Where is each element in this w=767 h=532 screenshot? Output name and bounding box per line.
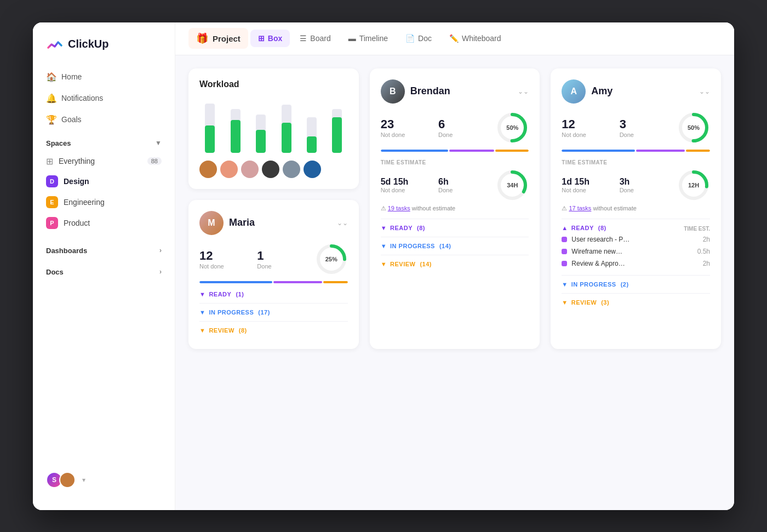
maria-chevron-icon[interactable]: ⌄⌄ (337, 219, 348, 227)
tab-doc[interactable]: 📄 Doc (398, 30, 439, 47)
amy-review-count: (3) (601, 299, 609, 306)
amy-warning-link[interactable]: 17 tasks (569, 205, 591, 211)
maria-done-label: Done (257, 263, 314, 270)
brendan-progress-bar (381, 150, 529, 152)
engineering-dot: E (46, 196, 58, 208)
design-dot: D (46, 175, 58, 187)
task-dot-2 (562, 249, 567, 254)
maria-ready-header[interactable]: ▼ READY (1) (199, 291, 348, 298)
bar-chart (199, 98, 348, 153)
bar-col-1 (199, 104, 220, 153)
brendan-divider-1 (381, 237, 529, 237)
spaces-section-header[interactable]: Spaces ▼ (33, 130, 175, 152)
tab-whiteboard[interactable]: ✏️ Whiteboard (442, 30, 509, 47)
logo-area: ClickUp (33, 36, 175, 66)
amy-review-header[interactable]: ▼ REVIEW (3) (562, 299, 710, 306)
amy-percent-label: 50% (688, 124, 700, 131)
brendan-review-header[interactable]: ▼ REVIEW (14) (381, 261, 529, 267)
user-dropdown-icon[interactable]: ▾ (82, 476, 85, 484)
maria-progress-bar (199, 281, 348, 283)
avatar-2 (220, 161, 238, 178)
bar-col-6 (327, 109, 347, 153)
sidebar-item-notifications[interactable]: 🔔 Notifications (33, 88, 175, 109)
amy-divider-2 (562, 293, 710, 294)
amy-review-section: ▼ REVIEW (3) (562, 299, 710, 306)
maria-review-header[interactable]: ▼ REVIEW (8) (199, 327, 348, 334)
workload-title: Workload (199, 79, 348, 89)
amy-progress-chevron: ▼ (562, 281, 568, 288)
sidebar-item-home[interactable]: 🏠 Home (33, 66, 175, 88)
brendan-chevron-icon[interactable]: ⌄⌄ (518, 88, 529, 95)
amy-time-donut: 12H (677, 169, 710, 202)
brendan-not-done-block: 23 Not done (381, 117, 438, 138)
sidebar-item-product[interactable]: P Product (33, 213, 175, 233)
amy-card: A Amy ⌄⌄ 12 Not done 3 Done (551, 68, 721, 349)
amy-task-1-time: 2h (703, 236, 710, 243)
maria-prog-yellow (323, 281, 347, 283)
amy-task-2-time: 0.5h (697, 248, 710, 255)
amy-time-not-done: 1d 15h Not done (562, 177, 619, 193)
maria-ready-chevron: ▼ (199, 291, 205, 298)
user-avatar-2 (59, 472, 76, 488)
workload-avatar-row (199, 161, 348, 178)
brendan-prog-purple (449, 150, 494, 152)
engineering-label: Engineering (64, 198, 105, 207)
brendan-progress-count: (14) (439, 243, 451, 249)
amy-chevron-icon[interactable]: ⌄⌄ (699, 88, 710, 95)
avatar-4 (262, 161, 279, 178)
brendan-ready-chevron: ▼ (381, 225, 387, 231)
brendan-ready-header[interactable]: ▼ READY (8) (381, 225, 529, 231)
brendan-header: B Brendan ⌄⌄ (381, 79, 529, 104)
brendan-review-chevron: ▼ (381, 261, 387, 267)
docs-section-header[interactable]: Docs › (33, 259, 175, 281)
home-label: Home (61, 72, 82, 81)
sidebar-item-goals[interactable]: 🏆 Goals (33, 109, 175, 130)
user-avatars: S (46, 472, 76, 488)
task-dot-3 (562, 261, 567, 266)
brendan-info: B Brendan (381, 79, 450, 104)
amy-progress-header[interactable]: ▼ IN PROGRESS (2) (562, 281, 710, 288)
design-label: Design (64, 177, 89, 186)
brendan-progress-header[interactable]: ▼ IN PROGRESS (14) (381, 243, 529, 249)
brendan-progress-label: IN PROGRESS (390, 243, 435, 249)
tab-project[interactable]: 🎁 Project (188, 28, 248, 49)
dashboards-section-header[interactable]: Dashboards › (33, 238, 175, 259)
amy-not-done-number: 12 (562, 117, 619, 131)
tab-timeline[interactable]: ▬ Timeline (341, 30, 396, 47)
tab-board[interactable]: ☰ Board (292, 30, 338, 47)
amy-header: A Amy ⌄⌄ (562, 79, 710, 104)
bar-bg-4 (282, 105, 291, 153)
sidebar-item-engineering[interactable]: E Engineering (33, 192, 175, 213)
everything-label: Everything (59, 157, 95, 165)
amy-time-stats: 1d 15h Not done 3h Done 12H (562, 169, 710, 202)
amy-not-done-label: Not done (562, 131, 619, 138)
amy-warning: ⚠ 17 tasks without estimate (562, 205, 710, 212)
amy-stats-row: 12 Not done 3 Done 50% (562, 111, 710, 144)
amy-done-label: Done (620, 131, 677, 138)
brendan-progress-chevron: ▼ (381, 243, 387, 249)
maria-ready-label: READY (209, 291, 231, 298)
brendan-warning-link[interactable]: 19 tasks (388, 205, 410, 211)
docs-label: Docs (46, 268, 64, 276)
amy-time-circle-label: 12H (688, 182, 699, 188)
brendan-time-stats: 5d 15h Not done 6h Done 34H (381, 169, 529, 202)
maria-card: M Maria ⌄⌄ 12 Not done 1 (188, 200, 359, 349)
amy-review-chevron: ▼ (562, 299, 568, 306)
sidebar-item-design[interactable]: D Design (33, 171, 175, 192)
amy-time-not-done-val: 1d 15h (562, 177, 619, 187)
dashboards-label: Dashboards (46, 247, 87, 255)
amy-name: Amy (591, 85, 613, 97)
brendan-done-number: 6 (438, 117, 496, 131)
brendan-not-done-number: 23 (381, 117, 438, 131)
bar-fill-2 (231, 120, 241, 153)
amy-ready-header[interactable]: ▲ READY (8) (562, 225, 606, 231)
tab-box[interactable]: ⊞ Box (250, 30, 290, 47)
brendan-not-done-label: Not done (381, 131, 438, 138)
maria-review-section: ▼ REVIEW (8) (199, 327, 348, 334)
brendan-time-done-val: 6h (438, 177, 496, 187)
brendan-percent-label: 50% (506, 124, 518, 131)
brendan-review-label: REVIEW (390, 261, 415, 267)
maria-progress-header[interactable]: ▼ IN PROGRESS (17) (199, 309, 348, 316)
cards-grid: Workload (188, 68, 721, 349)
sidebar-item-everything[interactable]: ⊞ Everything 88 (33, 152, 175, 171)
